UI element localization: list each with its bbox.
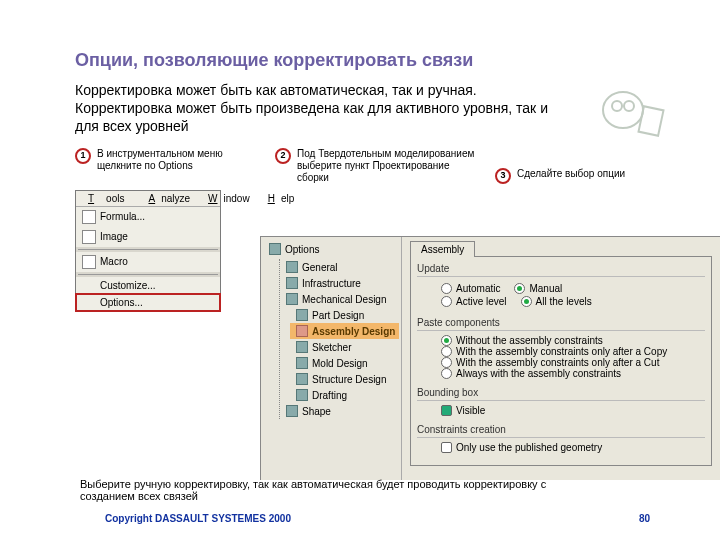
folder-icon [286, 405, 298, 417]
folder-icon [296, 389, 308, 401]
page-title: Опции, позволяющие корректировать связи [75, 50, 655, 71]
options-tree: Options GeneralInfrastructureMechanical … [261, 237, 401, 480]
step-2-text: Под Твердотельным моделированием выберит… [297, 148, 475, 184]
folder-icon [296, 325, 308, 337]
step-badge-2: 2 [275, 148, 291, 164]
tree-item-mold-design[interactable]: Mold Design [290, 355, 399, 371]
formula-icon [82, 210, 96, 224]
menubar: Tools Analyze Window Help [76, 191, 220, 207]
folder-icon [286, 261, 298, 273]
svg-point-0 [603, 92, 643, 128]
folder-icon [286, 293, 298, 305]
tree-item-shape[interactable]: Shape [280, 403, 399, 419]
radio-manual[interactable]: Manual [514, 283, 562, 294]
step-badge-1: 1 [75, 148, 91, 164]
step-3-text: Сделайте выбор опции [517, 168, 625, 180]
svg-point-2 [624, 101, 634, 111]
step-1-text: В инструментальном меню щелкните по Opti… [97, 148, 235, 172]
tree-item-drafting[interactable]: Drafting [290, 387, 399, 403]
tree-item-label: Structure Design [312, 374, 386, 385]
tree-item-label: Mechanical Design [302, 294, 387, 305]
menu-tools[interactable]: Tools [76, 191, 136, 206]
menu-window[interactable]: Window [196, 191, 256, 206]
copyright: Copyright DASSAULT SYSTEMES 2000 [105, 513, 291, 524]
folder-icon [296, 341, 308, 353]
page-number: 80 [639, 513, 650, 524]
tab-assembly[interactable]: Assembly [410, 241, 475, 257]
tree-item-label: Infrastructure [302, 278, 361, 289]
radio-automatic[interactable]: Automatic [441, 283, 500, 294]
tree-item-sketcher[interactable]: Sketcher [290, 339, 399, 355]
radio-active-level[interactable]: Active level [441, 296, 507, 307]
menu-item-image[interactable]: Image [76, 227, 220, 247]
tree-item-part-design[interactable]: Part Design [290, 307, 399, 323]
group-bounding-box: Bounding box Visible [417, 387, 705, 422]
tree-item-label: Shape [302, 406, 331, 417]
svg-point-1 [612, 101, 622, 111]
tree-item-general[interactable]: General [280, 259, 399, 275]
menu-item-macro[interactable]: Macro [76, 252, 220, 272]
tools-dropdown-screenshot: Tools Analyze Window Help Formula... Ima… [75, 190, 221, 312]
tree-item-assembly-design[interactable]: Assembly Design [290, 323, 399, 339]
radio-all-levels[interactable]: All the levels [521, 296, 592, 307]
radio-after-cut[interactable]: With the assembly constraints only after… [441, 357, 703, 368]
tree-item-label: Sketcher [312, 342, 351, 353]
step-1: 1 В инструментальном меню щелкните по Op… [75, 148, 235, 172]
folder-icon [296, 373, 308, 385]
svg-rect-3 [639, 106, 664, 136]
image-icon [82, 230, 96, 244]
menu-help[interactable]: Help [256, 191, 301, 206]
menu-item-customize[interactable]: Customize... [76, 277, 220, 294]
radio-after-copy[interactable]: With the assembly constraints only after… [441, 346, 703, 357]
radio-without-constraints[interactable]: Without the assembly constraints [441, 335, 703, 346]
menu-item-options[interactable]: Options... [76, 294, 220, 311]
menu-item-formula[interactable]: Formula... [76, 207, 220, 227]
intro-text: Корректировка может быть как автоматичес… [75, 81, 555, 136]
folder-icon [296, 309, 308, 321]
tree-item-mechanical-design[interactable]: Mechanical Design [280, 291, 399, 307]
tree-item-label: Part Design [312, 310, 364, 321]
step-3: 3 Сделайте выбор опции [495, 168, 625, 184]
folder-icon [296, 357, 308, 369]
macro-icon [82, 255, 96, 269]
footnote: Выберите ручную корректировку, так как а… [80, 478, 600, 502]
tree-item-structure-design[interactable]: Structure Design [290, 371, 399, 387]
gear-icon [269, 243, 281, 255]
check-visible[interactable]: Visible [441, 405, 703, 416]
options-window-screenshot: Options GeneralInfrastructureMechanical … [260, 236, 720, 480]
tree-root[interactable]: Options [269, 243, 399, 255]
steps-row: 1 В инструментальном меню щелкните по Op… [75, 148, 655, 184]
options-props: Assembly Update Automatic Manual Active … [401, 237, 720, 480]
radio-always-constraints[interactable]: Always with the assembly constraints [441, 368, 703, 379]
tree-item-label: Assembly Design [312, 326, 395, 337]
tree-item-label: Drafting [312, 390, 347, 401]
group-paste: Paste components Without the assembly co… [417, 317, 705, 385]
tree-item-label: General [302, 262, 338, 273]
mascot-illustration [595, 80, 665, 140]
tree-item-label: Mold Design [312, 358, 368, 369]
step-2: 2 Под Твердотельным моделированием выбер… [275, 148, 475, 184]
folder-icon [286, 277, 298, 289]
group-update: Update Automatic Manual Active level All… [417, 263, 705, 315]
tree-item-infrastructure[interactable]: Infrastructure [280, 275, 399, 291]
step-badge-3: 3 [495, 168, 511, 184]
group-constraints: Constraints creation Only use the publis… [417, 424, 705, 459]
check-only-published[interactable]: Only use the published geometry [441, 442, 703, 453]
menu-analyze[interactable]: Analyze [136, 191, 196, 206]
